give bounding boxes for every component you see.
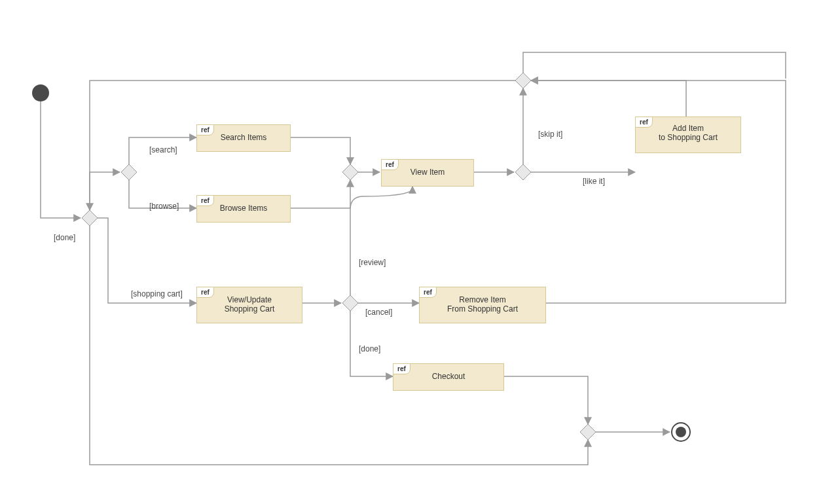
guard-browse: [browse] xyxy=(149,202,179,211)
ref-add-item: ref Add Item to Shopping Cart xyxy=(635,117,741,153)
guard-skip-it: [skip it] xyxy=(538,130,562,139)
ref-search-items: ref Search Items xyxy=(196,124,291,152)
ref-view-cart: ref View/Update Shopping Cart xyxy=(196,287,302,323)
initial-node xyxy=(32,84,49,101)
ref-label: Browse Items xyxy=(197,204,290,213)
guard-review: [review] xyxy=(359,258,386,267)
decision-searchbrowse xyxy=(121,164,137,180)
ref-browse-items: ref Browse Items xyxy=(196,195,291,223)
merge-final xyxy=(580,424,596,440)
ref-label: View/Update Shopping Cart xyxy=(197,295,302,314)
activity-diagram: ref Search Items ref Browse Items ref Vi… xyxy=(0,0,821,504)
ref-label: View Item xyxy=(382,168,473,177)
guard-like-it: [like it] xyxy=(583,177,605,186)
decision-cart xyxy=(342,295,358,311)
ref-view-item: ref View Item xyxy=(381,159,474,187)
merge-viewitem-in xyxy=(342,164,358,180)
guard-cancel: [cancel] xyxy=(365,308,392,317)
ref-label: Search Items xyxy=(197,133,290,142)
guard-done: [done] xyxy=(54,233,75,242)
ref-remove-item: ref Remove Item From Shopping Cart xyxy=(419,287,546,323)
merge-top xyxy=(515,73,531,88)
ref-label: Checkout xyxy=(393,372,503,381)
ref-label: Add Item to Shopping Cart xyxy=(636,124,740,142)
guard-done2: [done] xyxy=(359,344,380,353)
decision-main xyxy=(82,210,98,226)
ref-label: Remove Item From Shopping Cart xyxy=(420,295,545,314)
guard-search: [search] xyxy=(149,145,177,154)
ref-checkout: ref Checkout xyxy=(393,363,504,391)
diagram-svg xyxy=(0,0,821,504)
decision-likeit xyxy=(515,164,531,180)
final-node-dot xyxy=(676,427,686,437)
guard-shopping-cart: [shopping cart] xyxy=(131,289,183,298)
